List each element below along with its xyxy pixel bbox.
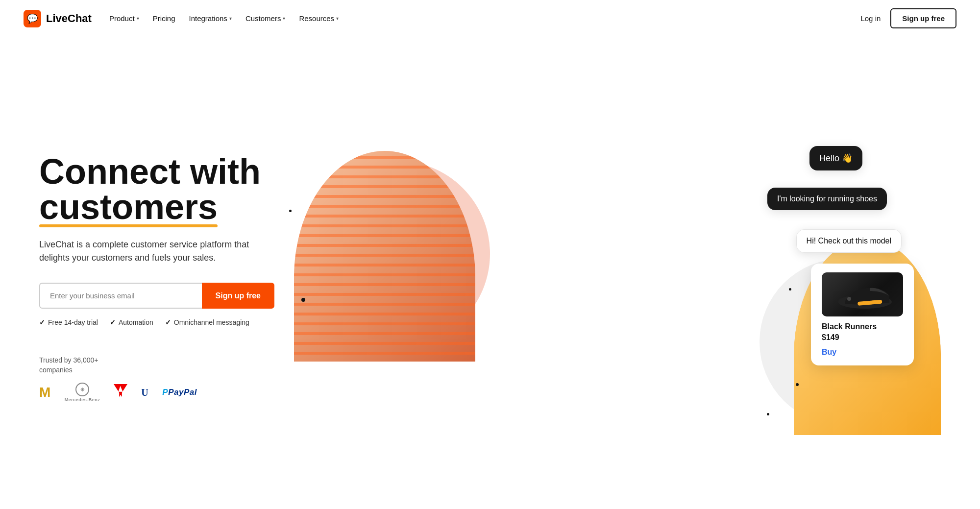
nav-pricing-label: Pricing xyxy=(153,14,175,23)
product-price: $149 xyxy=(822,333,903,342)
product-buy-button[interactable]: Buy xyxy=(822,348,903,357)
nav-links: Product ▾ Pricing Integrations ▾ Custome… xyxy=(109,14,339,23)
hero-subtext: LiveChat is a complete customer service … xyxy=(39,238,274,266)
chat-bubble-checkout: Hi! Check out this model xyxy=(796,229,902,253)
hero-checks: ✓ Free 14-day trial ✓ Automation ✓ Omnic… xyxy=(39,318,274,326)
dot-3 xyxy=(796,383,799,386)
nav-product[interactable]: Product ▾ xyxy=(109,14,139,23)
dot-2 xyxy=(289,210,292,212)
hero-left: Connect with customers LiveChat is a com… xyxy=(39,154,274,403)
check-trial-label: Free 14-day trial xyxy=(48,318,98,326)
check-icon: ✓ xyxy=(165,318,171,326)
chat-bubble-hello: Hello 👋 xyxy=(809,146,862,170)
svg-point-2 xyxy=(847,297,851,301)
hero-form: Sign up free xyxy=(39,283,274,309)
bubble-checkout-text: Hi! Check out this model xyxy=(807,237,891,245)
trusted-label: Trusted by 36,000+ companies xyxy=(39,356,274,375)
chat-bubble-looking: I'm looking for running shoes xyxy=(767,188,887,210)
email-input[interactable] xyxy=(39,283,202,309)
product-shoe-image xyxy=(822,272,903,316)
chevron-down-icon: ▾ xyxy=(283,16,285,21)
headline-line1: Connect with xyxy=(39,152,261,191)
hero-headline: Connect with customers xyxy=(39,154,274,224)
mcdonalds-logo: M xyxy=(39,385,51,400)
mercedes-label: Mercedes-Benz xyxy=(65,397,100,402)
signup-hero-button[interactable]: Sign up free xyxy=(202,283,274,309)
bubble-looking-text: I'm looking for running shoes xyxy=(777,194,877,203)
navbar: LiveChat Product ▾ Pricing Integrations … xyxy=(0,0,980,37)
nav-integrations-label: Integrations xyxy=(189,14,227,23)
nav-integrations[interactable]: Integrations ▾ xyxy=(189,14,231,23)
signup-nav-button[interactable]: Sign up free xyxy=(890,8,956,28)
nav-left: LiveChat Product ▾ Pricing Integrations … xyxy=(24,10,339,27)
product-card: Black Runners $149 Buy xyxy=(811,264,914,365)
dot-1 xyxy=(301,298,305,302)
check-automation-label: Automation xyxy=(119,318,153,326)
unilever-logo: U xyxy=(141,387,148,398)
nav-customers[interactable]: Customers ▾ xyxy=(245,14,286,23)
hero-right: Hello 👋 I'm looking for running shoes Hi… xyxy=(274,131,941,425)
nav-resources-label: Resources xyxy=(299,14,334,23)
chevron-down-icon: ▾ xyxy=(137,16,139,21)
check-omnichannel-label: Omnichannel messaging xyxy=(174,318,249,326)
nav-product-label: Product xyxy=(109,14,135,23)
trusted-logos: M ✳ Mercedes-Benz U PPayPal xyxy=(39,383,274,402)
paypal-logo: PPayPal xyxy=(162,388,197,397)
chevron-down-icon: ▾ xyxy=(229,16,232,21)
logo-icon xyxy=(24,10,41,27)
headline-line2: customers xyxy=(39,189,218,224)
logo-text: LiveChat xyxy=(46,12,92,25)
nav-pricing[interactable]: Pricing xyxy=(153,14,175,23)
trusted-section: Trusted by 36,000+ companies M ✳ Mercede… xyxy=(39,356,274,402)
chevron-down-icon: ▾ xyxy=(336,16,339,21)
check-trial: ✓ Free 14-day trial xyxy=(39,318,98,326)
dot-4 xyxy=(767,413,769,415)
adobe-logo xyxy=(114,384,127,401)
check-icon: ✓ xyxy=(39,318,45,326)
check-omnichannel: ✓ Omnichannel messaging xyxy=(165,318,249,326)
bubble-hello-text: Hello 👋 xyxy=(819,153,853,164)
login-button[interactable]: Log in xyxy=(860,14,881,23)
mercedes-ring-icon: ✳ xyxy=(75,383,89,396)
hero-section: Connect with customers LiveChat is a com… xyxy=(0,37,980,509)
nav-resources[interactable]: Resources ▾ xyxy=(299,14,339,23)
check-icon: ✓ xyxy=(110,318,116,326)
nav-customers-label: Customers xyxy=(245,14,281,23)
nav-right: Log in Sign up free xyxy=(860,8,956,28)
dot-5 xyxy=(789,288,791,291)
check-automation: ✓ Automation xyxy=(110,318,153,326)
product-name: Black Runners xyxy=(822,322,903,331)
mercedes-logo: ✳ Mercedes-Benz xyxy=(65,383,100,402)
logo[interactable]: LiveChat xyxy=(24,10,92,27)
